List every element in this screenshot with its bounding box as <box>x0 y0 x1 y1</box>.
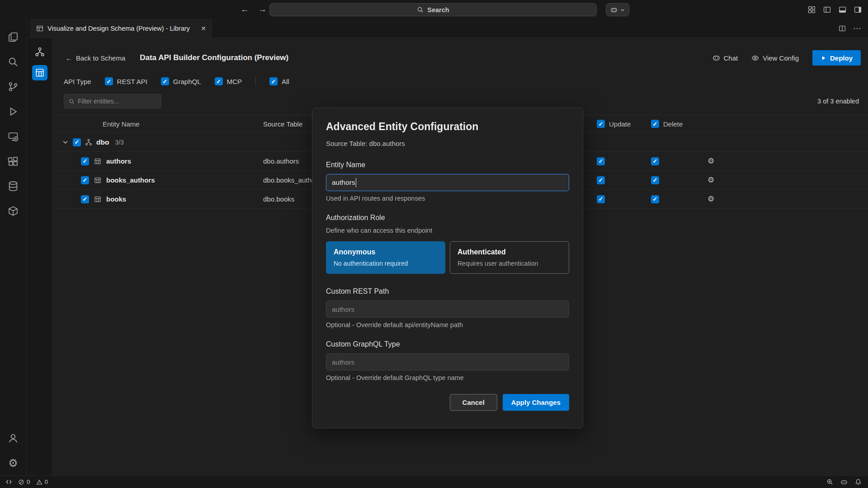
copilot-menu-button[interactable] <box>606 3 629 16</box>
copilot-icon <box>610 6 618 14</box>
run-debug-icon[interactable] <box>0 99 27 124</box>
source-control-icon[interactable] <box>0 74 27 99</box>
deploy-button[interactable]: Deploy <box>812 50 861 66</box>
tab-title: Visualize and Design Schema (Preview) - … <box>47 25 197 32</box>
entity-filter-field[interactable] <box>64 94 161 108</box>
all-checkbox[interactable]: ✓ <box>269 77 278 85</box>
errors-indicator[interactable]: 0 <box>18 479 30 485</box>
row-checkbox[interactable]: ✓ <box>81 195 89 203</box>
row-checkbox[interactable]: ✓ <box>81 157 89 165</box>
settings-gear-icon[interactable]: ⚙ <box>0 450 27 475</box>
group-cell: ✓ dbo 3/3 <box>53 138 252 146</box>
package-view-icon[interactable] <box>0 198 27 223</box>
entity-name-header: Entity Name <box>53 120 252 128</box>
update-header-label: Update <box>609 120 631 128</box>
filter-option-rest-api[interactable]: ✓ REST API <box>105 77 147 85</box>
custom-rest-path-label: Custom REST Path <box>326 287 569 296</box>
toggle-panel-icon[interactable] <box>839 6 846 14</box>
toggle-primary-sidebar-icon[interactable] <box>823 6 831 14</box>
entity-cell: ✓ books_authors <box>53 176 252 184</box>
activity-bar-bottom: ⚙ <box>0 426 27 475</box>
custom-rest-path-field[interactable] <box>326 300 569 318</box>
row-checkbox[interactable]: ✓ <box>81 176 89 184</box>
custom-graphql-type-input[interactable] <box>332 358 563 366</box>
forward-icon[interactable]: → <box>258 5 267 14</box>
entity-filter-input[interactable] <box>78 98 160 105</box>
row-settings-cell: ⚙ <box>708 157 739 165</box>
dialog-source-table: Source Table: dbo.authors <box>326 140 569 147</box>
role-option-authenticated[interactable]: Authenticated Requires user authenticati… <box>450 241 569 274</box>
delete-cell: ✓ <box>651 195 708 203</box>
row-settings-gear-icon[interactable]: ⚙ <box>708 157 714 165</box>
filter-option-graphql[interactable]: ✓ GraphQL <box>161 77 201 85</box>
play-icon <box>821 55 826 61</box>
update-checkbox[interactable]: ✓ <box>597 195 605 203</box>
status-bar-left: 0 0 <box>5 479 48 485</box>
database-view-icon[interactable] <box>0 174 27 198</box>
table-grid-icon <box>94 177 101 184</box>
customize-layout-icon[interactable] <box>808 6 816 14</box>
tab-close-icon[interactable]: ✕ <box>201 25 206 32</box>
role-title: Anonymous <box>334 248 438 256</box>
explorer-icon[interactable] <box>0 24 27 49</box>
row-settings-gear-icon[interactable]: ⚙ <box>708 176 714 184</box>
chevron-down-icon[interactable] <box>62 139 69 145</box>
update-all-checkbox[interactable]: ✓ <box>597 120 605 128</box>
search-view-icon[interactable] <box>0 49 27 74</box>
delete-checkbox[interactable]: ✓ <box>651 176 659 184</box>
entity-name-input[interactable]: authors <box>326 174 569 191</box>
status-bar-right <box>826 479 862 486</box>
view-config-button[interactable]: View Config <box>751 54 799 62</box>
tab-visualize-design-schema[interactable]: Visualize and Design Schema (Preview) - … <box>30 19 212 38</box>
toggle-secondary-sidebar-icon[interactable] <box>854 6 862 14</box>
extensions-icon[interactable] <box>0 149 27 174</box>
back-to-schema-link[interactable]: ← Back to Schema <box>66 54 125 62</box>
role-option-anonymous[interactable]: Anonymous No authentication required <box>326 241 445 274</box>
schema-graph-view-icon[interactable] <box>32 44 47 60</box>
custom-rest-path-input[interactable] <box>332 305 563 313</box>
zoom-icon[interactable] <box>826 479 833 485</box>
filter-option-mcp[interactable]: ✓ MCP <box>215 77 242 85</box>
graphql-checkbox[interactable]: ✓ <box>161 77 169 85</box>
copilot-status-icon[interactable] <box>840 479 848 486</box>
custom-graphql-type-field[interactable] <box>326 353 569 371</box>
search-icon <box>69 99 75 104</box>
update-header-cell: ✓ Update <box>597 120 651 128</box>
entity-name-label: Entity Name <box>326 161 569 169</box>
remote-explorer-icon[interactable] <box>0 124 27 149</box>
error-count: 0 <box>27 479 30 485</box>
delete-all-checkbox[interactable]: ✓ <box>651 120 659 128</box>
row-settings-cell: ⚙ <box>708 176 739 184</box>
api-builder-view-icon[interactable] <box>32 65 47 80</box>
row-settings-gear-icon[interactable]: ⚙ <box>708 195 714 203</box>
update-checkbox[interactable]: ✓ <box>597 176 605 184</box>
more-actions-icon[interactable]: ⋯ <box>853 23 862 33</box>
delete-header-label: Delete <box>663 120 683 128</box>
warnings-indicator[interactable]: 0 <box>36 479 48 485</box>
authorization-role-options: Anonymous No authentication required Aut… <box>326 241 569 274</box>
delete-checkbox[interactable]: ✓ <box>651 157 659 165</box>
split-editor-icon[interactable] <box>839 25 846 32</box>
notifications-bell-icon[interactable] <box>855 479 862 485</box>
command-center-search[interactable]: Search <box>269 3 597 16</box>
page-header: ← Back to Schema Data API Builder Config… <box>66 49 861 67</box>
entity-name: authors <box>106 157 131 165</box>
table-grid-icon <box>94 158 101 165</box>
apply-changes-button[interactable]: Apply Changes <box>503 394 569 411</box>
chat-button[interactable]: Chat <box>712 54 738 62</box>
group-checkbox[interactable]: ✓ <box>73 138 81 146</box>
editor-tab-bar: Visualize and Design Schema (Preview) - … <box>27 19 868 38</box>
back-icon[interactable]: ← <box>241 5 249 14</box>
filter-option-all[interactable]: ✓ All <box>269 77 289 85</box>
delete-checkbox[interactable]: ✓ <box>651 195 659 203</box>
api-type-label: API Type <box>64 78 91 85</box>
rest-api-label: REST API <box>117 78 147 85</box>
delete-cell: ✓ <box>651 176 708 184</box>
cancel-button[interactable]: Cancel <box>450 394 497 411</box>
remote-indicator-icon[interactable] <box>5 479 12 485</box>
mcp-checkbox[interactable]: ✓ <box>215 77 223 85</box>
delete-cell: ✓ <box>651 157 708 165</box>
rest-api-checkbox[interactable]: ✓ <box>105 77 113 85</box>
update-checkbox[interactable]: ✓ <box>597 157 605 165</box>
account-icon[interactable] <box>0 426 27 450</box>
